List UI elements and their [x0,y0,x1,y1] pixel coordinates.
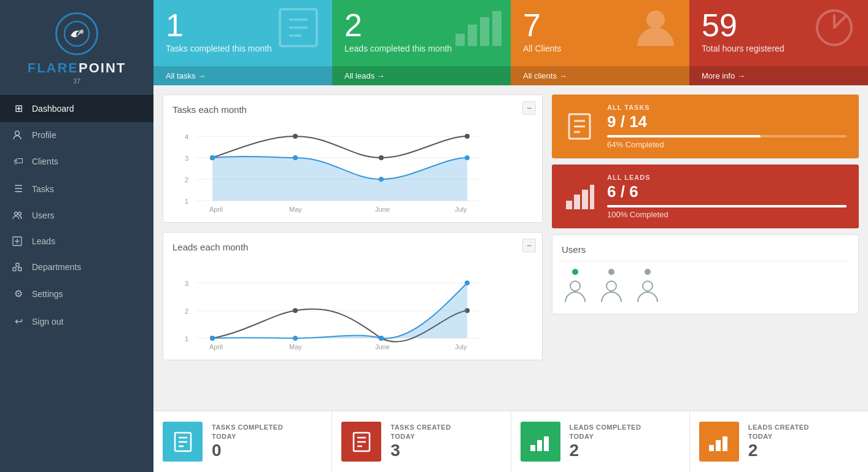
svg-rect-65 [590,185,594,209]
svg-rect-14 [455,34,465,46]
all-tasks-value: 9 / 14 [607,112,847,131]
logo-circle [55,12,98,55]
sidebar-item-leads[interactable]: Leads [0,228,153,254]
sidebar-item-settings[interactable]: ⚙ Settings [0,280,153,308]
bottom-card-value-tasks-completed: 0 [212,441,283,460]
users-panel-title: Users [562,244,849,261]
all-leads-content: ALL LEADS 6 / 6 100% Completed [607,174,847,219]
bottom-card-text-leads-completed: LEADS COMPLETEDTODAY 2 [570,423,641,460]
sidebar-item-signout[interactable]: ↩ Sign out [0,308,153,335]
sidebar-label-settings: Settings [32,289,63,299]
svg-point-36 [210,155,215,160]
svg-point-3 [18,212,21,215]
leads-chart-svg: 1 2 3 April May June July [172,258,486,350]
settings-icon: ⚙ [12,288,25,300]
svg-text:3: 3 [185,155,188,162]
svg-rect-81 [716,440,721,451]
user-status-dot-1 [572,269,578,275]
svg-point-67 [606,281,616,291]
tasks-chart-svg: 1 2 3 4 April May June July [172,121,486,213]
stat-footer-clients[interactable]: All clients → [511,66,689,85]
bottom-card-leads-completed[interactable]: LEADS COMPLETEDTODAY 2 [511,411,690,472]
svg-text:July: July [455,343,467,350]
svg-rect-8 [16,263,19,266]
departments-icon [12,262,25,272]
user-avatar-icon-3 [634,277,661,304]
logo-area: FLAREPOINT 37 [0,0,153,95]
leads-chart-title: Leads each month [172,242,533,252]
svg-point-68 [643,281,653,291]
all-tasks-icon [564,111,595,142]
user-avatar-2[interactable] [598,269,625,304]
svg-rect-64 [582,190,588,209]
svg-rect-79 [544,436,549,451]
user-avatar-1[interactable] [562,269,589,304]
all-tasks-card[interactable]: ALL TASKS 9 / 14 64% Completed [552,95,859,158]
middle-section: Tasks each month − 1 2 3 4 April May [153,85,868,411]
svg-point-18 [646,10,665,29]
svg-text:April: April [209,206,223,213]
svg-rect-16 [480,17,489,46]
stat-footer-tasks[interactable]: All tasks → [153,66,332,85]
logo-bird-icon [61,18,92,49]
svg-text:4: 4 [185,133,188,141]
user-avatar-3[interactable] [634,269,661,304]
logo-text: FLAREPOINT [28,60,126,76]
all-leads-card[interactable]: ALL LEADS 6 / 6 100% Completed [552,164,859,228]
all-tasks-progress-fill [607,135,761,137]
sidebar-item-users[interactable]: Users [0,203,153,228]
svg-point-57 [465,280,470,285]
all-leads-label: ALL LEADS [607,174,847,181]
svg-rect-82 [723,436,727,451]
sidebar-item-clients[interactable]: 🏷 Clients [0,148,153,175]
sidebar-item-profile[interactable]: Profile [0,122,153,148]
signout-icon: ↩ [12,315,25,327]
sidebar-item-tasks[interactable]: ☰ Tasks [0,175,153,203]
bottom-card-icon-leads-completed [521,422,560,462]
stat-footer-hours[interactable]: More info → [689,66,868,85]
bottom-cards: TASKS COMPLETEDTODAY 0 TASKS CREATEDTODA… [153,411,868,472]
bottom-card-tasks-completed[interactable]: TASKS COMPLETEDTODAY 0 [153,411,332,472]
svg-text:July: July [455,206,467,213]
svg-text:June: June [375,343,390,350]
svg-text:May: May [289,206,302,213]
all-tasks-progress-bar [607,135,847,137]
bottom-card-leads-created[interactable]: LEADS CREATEDTODAY 2 [690,411,868,472]
svg-point-34 [379,155,384,160]
sidebar-item-departments[interactable]: Departments [0,254,153,280]
svg-point-56 [379,336,384,341]
tasks-chart-collapse-button[interactable]: − [522,101,536,115]
logo-version: 37 [73,77,80,85]
svg-text:1: 1 [185,335,188,342]
bottom-card-value-tasks-created: 3 [390,441,451,460]
svg-text:June: June [375,206,390,213]
sidebar-label-departments: Departments [32,262,81,272]
svg-point-51 [293,308,298,313]
bottom-card-value-leads-created: 2 [748,441,809,460]
svg-point-66 [570,281,580,291]
svg-point-1 [15,131,20,136]
stat-card-tasks[interactable]: 1 Tasks completed this month All tasks → [153,0,332,85]
stat-footer-leads[interactable]: All leads → [332,66,511,85]
sidebar-label-leads: Leads [32,236,55,246]
dashboard-icon: ⊞ [12,103,25,114]
leads-chart-collapse-button[interactable]: − [522,239,536,252]
all-leads-percent: 100% Completed [607,210,847,219]
bottom-card-tasks-created[interactable]: TASKS CREATEDTODAY 3 [332,411,511,472]
svg-point-37 [293,155,298,160]
all-tasks-content: ALL TASKS 9 / 14 64% Completed [607,104,847,149]
leads-icon [12,236,25,246]
svg-point-33 [293,134,298,139]
stat-card-clients[interactable]: 7 All Clients All clients → [511,0,689,85]
svg-point-55 [293,336,298,341]
svg-point-54 [210,336,215,341]
user-avatar-icon-2 [598,277,625,304]
sidebar-item-dashboard[interactable]: ⊞ Dashboard [0,95,153,122]
stat-card-leads[interactable]: 2 Leads completed this month All leads → [332,0,511,85]
bottom-card-icon-leads-created [699,422,739,462]
svg-point-38 [379,177,384,182]
stat-card-hours[interactable]: 59 Total hours registered More info → [689,0,868,85]
tasks-icon: ☰ [12,183,25,195]
main-content: 1 Tasks completed this month All tasks →… [153,0,868,472]
leads-bg-icon [452,6,502,49]
